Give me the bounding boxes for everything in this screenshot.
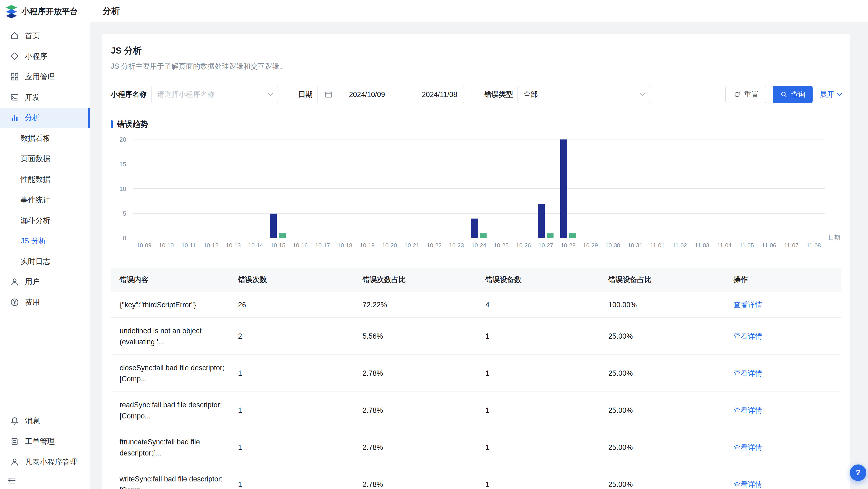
- chart-section-title: 错误趋势: [117, 119, 148, 130]
- sidebar-item-label: 小程序: [25, 51, 48, 61]
- table-row: ftruncateSync:fail bad file descriptor;[…: [111, 429, 842, 466]
- chart-x-axis: 10-0910-1010-1110-1210-1310-1410-1510-16…: [133, 242, 825, 250]
- sidebar-item-home[interactable]: 首页: [0, 26, 90, 46]
- sub-item-label: 事件统计: [21, 195, 51, 205]
- cell-count-percent: 5.56%: [353, 318, 476, 355]
- logo[interactable]: 小程序开放平台: [0, 0, 90, 23]
- cell-error-count: 26: [229, 292, 353, 318]
- chart-bar-10-15: [270, 213, 277, 238]
- chart-gridline: [133, 188, 825, 189]
- help-button[interactable]: ?: [850, 464, 866, 481]
- view-details-link[interactable]: 查看详情: [734, 369, 762, 377]
- x-tick-label: 10-27: [538, 242, 553, 249]
- cell-count-percent: 2.78%: [353, 429, 476, 466]
- sub-item-label: JS 分析: [21, 236, 46, 246]
- date-start-value[interactable]: 2024/10/09: [349, 90, 385, 99]
- table-row: {"key":"thirdScriptError"}2672.22%4100.0…: [111, 292, 842, 318]
- query-button-label: 查询: [791, 90, 806, 99]
- cell-count-percent: 2.78%: [353, 355, 476, 392]
- date-range-picker[interactable]: 2024/10/09 – 2024/11/08: [317, 86, 464, 104]
- panel-description: JS 分析主要用于了解页面的数据处理逻辑和交互逻辑。: [111, 62, 842, 71]
- cell-error-content: closeSync:fail bad file descriptor; [Com…: [111, 355, 229, 392]
- cell-action: 查看详情: [725, 429, 842, 466]
- refresh-icon: [733, 91, 741, 98]
- sidebar-collapse-icon[interactable]: [7, 476, 17, 486]
- main-area: 分析 JS 分析 JS 分析主要用于了解页面的数据处理逻辑和交互逻辑。 小程序名…: [90, 0, 868, 489]
- view-details-link[interactable]: 查看详情: [734, 443, 762, 451]
- view-details-link[interactable]: 查看详情: [734, 332, 762, 340]
- cell-action: 查看详情: [725, 355, 842, 392]
- y-tick-label: 10: [111, 185, 126, 192]
- sidebar-item-app-management[interactable]: 应用管理: [0, 66, 90, 87]
- chart-gridline: [133, 164, 825, 164]
- sidebar-item-billing[interactable]: 费用: [0, 292, 90, 313]
- chart-bar-10-28: [560, 140, 567, 238]
- table-body: {"key":"thirdScriptError"}2672.22%4100.0…: [111, 292, 842, 489]
- cell-count-percent: 2.78%: [353, 392, 476, 429]
- sidebar-item-miniapp[interactable]: 小程序: [0, 46, 90, 66]
- view-details-link[interactable]: 查看详情: [734, 301, 762, 309]
- x-tick-label: 10-31: [627, 242, 642, 249]
- reset-button[interactable]: 重置: [725, 86, 766, 104]
- x-tick-label: 11-05: [740, 242, 754, 249]
- sidebar-item-performance-data[interactable]: 性能数据: [0, 169, 90, 190]
- chevron-down-icon: [837, 91, 842, 96]
- page-title: 分析: [102, 5, 120, 17]
- cell-error-content: writeSync:fail bad file descriptor;[Comp…: [111, 466, 229, 489]
- sidebar-bottom-menu: 消息 工单管理 凡泰小程序管理: [0, 408, 90, 472]
- app-select[interactable]: 请选择小程序名称: [151, 86, 278, 104]
- sidebar-item-develop[interactable]: 开发: [0, 87, 90, 108]
- expand-label: 展开: [820, 90, 834, 99]
- sidebar-item-fintech-miniapp-admin[interactable]: 凡泰小程序管理: [0, 452, 90, 472]
- sidebar-item-label: 消息: [25, 416, 40, 426]
- sidebar-item-analysis[interactable]: 分析: [0, 108, 90, 128]
- calendar-icon: [324, 90, 333, 99]
- cell-error-content: ftruncateSync:fail bad file descriptor;[…: [111, 429, 229, 466]
- sidebar-item-event-stats[interactable]: 事件统计: [0, 190, 90, 210]
- x-tick-label: 10-13: [226, 242, 241, 249]
- js-analysis-panel: JS 分析 JS 分析主要用于了解页面的数据处理逻辑和交互逻辑。 小程序名称 请…: [102, 34, 850, 489]
- cell-device-percent: 25.00%: [599, 466, 725, 489]
- filter-label-date: 日期: [299, 90, 313, 99]
- sidebar-item-data-dashboard[interactable]: 数据看板: [0, 128, 90, 148]
- date-end-value[interactable]: 2024/11/08: [422, 90, 457, 99]
- view-details-link[interactable]: 查看详情: [734, 406, 762, 414]
- sidebar-item-label: 用户: [25, 277, 40, 287]
- sidebar-item-label: 应用管理: [25, 72, 55, 82]
- x-tick-label: 10-26: [516, 242, 531, 249]
- sidebar-item-label: 首页: [25, 31, 40, 41]
- view-details-link[interactable]: 查看详情: [734, 480, 762, 488]
- x-tick-label: 10-28: [561, 242, 576, 249]
- sidebar-item-page-data[interactable]: 页面数据: [0, 148, 90, 169]
- sidebar-item-realtime-log[interactable]: 实时日志: [0, 251, 90, 271]
- chart-gridline: [133, 213, 825, 213]
- cell-error-content: readSync:fail bad file descriptor;[Compo…: [111, 392, 229, 429]
- sidebar-item-messages[interactable]: 消息: [0, 411, 90, 431]
- table-header-cell: 错误设备数: [477, 268, 599, 292]
- x-tick-label: 11-06: [762, 242, 776, 249]
- cell-error-count: 1: [229, 355, 353, 392]
- query-button[interactable]: 查询: [773, 86, 813, 104]
- chevron-down-icon: [640, 91, 645, 96]
- chart-bar-10-24: [480, 233, 487, 238]
- x-tick-label: 10-14: [248, 242, 263, 249]
- sidebar-item-users[interactable]: 用户: [0, 271, 90, 292]
- reset-button-label: 重置: [744, 90, 758, 99]
- x-tick-label: 10-11: [182, 242, 196, 249]
- cell-device-count: 1: [477, 392, 599, 429]
- expand-toggle[interactable]: 展开: [820, 90, 842, 99]
- sidebar-item-js-analysis[interactable]: JS 分析: [0, 231, 90, 251]
- x-tick-label: 10-29: [583, 242, 598, 249]
- sub-item-label: 实时日志: [21, 256, 51, 266]
- cell-device-percent: 25.00%: [599, 318, 725, 355]
- sidebar-item-work-orders[interactable]: 工单管理: [0, 431, 90, 452]
- analysis-submenu: 数据看板 页面数据 性能数据 事件统计 漏斗分析 JS 分析 实时日志: [0, 128, 90, 271]
- x-tick-label: 11-04: [717, 242, 732, 249]
- x-tick-label: 10-25: [494, 242, 508, 249]
- chart-bar-10-15: [279, 233, 286, 238]
- error-type-select[interactable]: 全部: [518, 86, 650, 104]
- sidebar-item-funnel-analysis[interactable]: 漏斗分析: [0, 210, 90, 231]
- app-root: 小程序开放平台 首页 小程序 应用管理 开发 分析: [0, 0, 868, 489]
- cell-error-content: undefined is not an object (evaluating '…: [111, 318, 229, 355]
- cell-action: 查看详情: [725, 466, 842, 489]
